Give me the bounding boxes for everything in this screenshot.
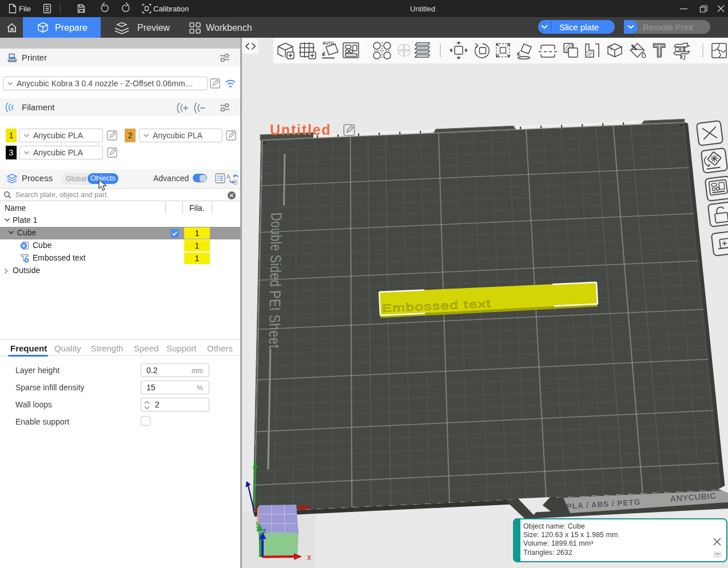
svg-text:AUTO: AUTO [323, 41, 334, 45]
svg-text:y: y [256, 519, 260, 528]
svg-text:Workbench: Workbench [206, 23, 252, 33]
svg-text:B: B [234, 179, 238, 185]
svg-text:File: File [19, 5, 31, 13]
svg-text:A: A [226, 173, 230, 180]
svg-text:z: z [262, 526, 266, 535]
svg-text:Preview: Preview [137, 23, 170, 33]
svg-text:x: x [307, 553, 311, 562]
svg-text:Slice plate: Slice plate [559, 22, 599, 32]
svg-text:Remote Print: Remote Print [643, 22, 693, 32]
svg-text:Prepare: Prepare [55, 23, 87, 33]
svg-text:Untitled: Untitled [410, 5, 435, 13]
svg-text:Calibration: Calibration [153, 5, 189, 13]
